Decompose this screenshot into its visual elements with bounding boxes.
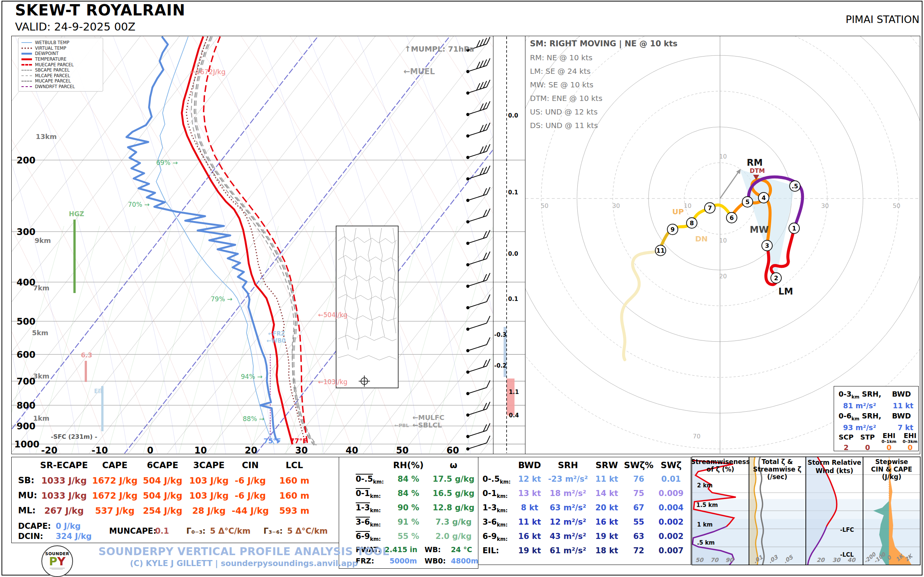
ml-6cape: 254 J/kg: [143, 506, 183, 516]
ehi1-header: EHI: [882, 432, 895, 440]
srh03-value: 81 m²/s²: [843, 401, 876, 410]
stepwise-title-1: Stepwise: [875, 458, 908, 466]
virtual-temp-legend-swatch: [21, 47, 32, 49]
p1-tick: 50: [696, 557, 704, 563]
rm-label: RM: [747, 158, 763, 168]
surface-label: -SFC (231m) -: [51, 433, 97, 440]
stp-header: STP: [860, 433, 875, 441]
height-label: 9km: [35, 237, 51, 245]
srh03-range-unit: km: [852, 394, 859, 400]
station-name: PIMAI STATION: [846, 14, 919, 25]
omega-value: 0.4: [509, 412, 519, 419]
temp-axis-label: 20: [245, 445, 257, 456]
stepwise-title-3: (J/kg): [882, 473, 902, 480]
pwat-value: 2.415 in: [385, 545, 418, 554]
swz-value: 0.002: [659, 517, 683, 527]
srh03-srh-word: SRH,: [862, 390, 881, 398]
swz-value: 0.009: [659, 489, 683, 498]
height-label: 5km: [32, 329, 48, 337]
srh03-bwd-word: BWD: [892, 390, 911, 398]
moisture-row-label: 6-9km:: [356, 532, 381, 542]
bwd06-value: 7 kt: [898, 423, 913, 432]
cape3-annotation: ←103J/kg: [318, 378, 347, 386]
rh-label: 70% →: [128, 201, 149, 208]
lapse03-label: Γ₀₋₃:: [186, 527, 206, 535]
mu-3cape: 103 J/kg: [189, 491, 229, 501]
trace-height-label: 1: [792, 225, 796, 232]
rh-value: 55 %: [397, 532, 419, 541]
layer-range: 0-1: [482, 489, 497, 498]
legend: WETBULB TEMP VIRTUAL TEMP DEWPOINT TEMPE…: [18, 38, 103, 92]
shear-header: BWD: [518, 460, 541, 470]
srh06-bwd-word: BWD: [892, 412, 911, 420]
mw-label: MW: [750, 224, 768, 235]
temp-axis-label: -10: [92, 445, 108, 456]
storm-motion-line: US: UND @ 12 kts: [530, 107, 598, 116]
cape6-annotation: ←504J/kg: [318, 311, 347, 319]
pressure-label: 200: [16, 155, 35, 166]
srh06-value: 93 m²/s²: [843, 423, 876, 432]
mu-6cape: 504 J/kg: [143, 491, 183, 501]
trace-height-label: 7: [707, 205, 712, 212]
height-1km-label: 1 km: [697, 521, 712, 528]
surface-temp-f: 77°F: [290, 437, 307, 445]
hgz-label: HGZ: [69, 210, 84, 218]
frz-value: 5000m: [390, 557, 417, 565]
height-label: 3km: [33, 372, 49, 380]
temp-axis-label: 10: [194, 445, 207, 456]
pressure-label: 500: [16, 316, 35, 327]
dcin-value: 324 J/kg: [56, 532, 92, 541]
srw-value: 18 kt: [595, 546, 619, 555]
dwndrft-legend-swatch: [21, 86, 32, 87]
legend-label: VIRTUAL TEMP: [35, 45, 66, 51]
swz-value: 0.002: [659, 532, 683, 541]
srh-value: 12 m²/s²: [550, 517, 587, 527]
srh06-range-unit: km: [852, 416, 859, 421]
dewpoint-legend-swatch: [21, 53, 32, 55]
up-label: UP: [672, 207, 684, 216]
srh-value: 43 m²/s²: [550, 532, 587, 541]
p1-tick: 90: [726, 557, 734, 563]
layer-range: 0-1: [356, 489, 370, 498]
omega-value: 0.1: [508, 189, 518, 196]
layer-unit: km:: [497, 536, 508, 542]
thermo-header: LCL: [286, 460, 303, 470]
trace-height-label: 2: [774, 274, 778, 282]
height-label: 1km: [33, 414, 49, 422]
thermo-header: SR-ECAPE: [40, 460, 88, 470]
ml-cin: -44 J/kg: [232, 506, 269, 516]
mlcape-legend-swatch: [21, 75, 32, 76]
moisture-row-label: 3-6km:: [356, 517, 381, 528]
rh-header: RH(%): [393, 460, 423, 470]
trace-height-label: 3: [765, 242, 769, 249]
logo-py: PY: [42, 556, 72, 567]
srw-value: 11 kt: [595, 475, 619, 484]
storm-motion-line: RM: NE @ 10 kts: [530, 53, 592, 62]
srw-value: 14 kt: [595, 489, 619, 498]
trace-height-label: 5: [745, 198, 749, 206]
legend-label: WETBULB TEMP: [35, 40, 69, 45]
rh-value: 84 %: [397, 489, 419, 498]
layer-range: 3-6: [356, 517, 370, 527]
storm-motion-line: DS: UND @ 11 kts: [530, 121, 598, 130]
shear-row-label: 0-.5km:: [482, 475, 511, 485]
dcape-label: DCAPE:: [18, 522, 51, 531]
vorticity-title-1: Total ζ &: [762, 458, 793, 466]
sbcape-legend-swatch: [21, 70, 32, 71]
sb-6cape: 504 J/kg: [143, 476, 183, 485]
mixr-value: 16.5 g/kg: [433, 489, 475, 498]
bwd-value: 11 kt: [518, 517, 541, 527]
legend-label: SBCAPE PARCEL: [35, 68, 70, 73]
ehi3-value: 0: [908, 443, 912, 451]
temp-axis-label: 50: [396, 445, 408, 456]
vorticity-title-2: Streamwise ζ: [753, 466, 802, 473]
srh06-range: 0-6: [839, 412, 852, 420]
thermo-row-label: SB:: [18, 475, 34, 485]
sb-cape: 1672 J/kg: [92, 476, 138, 485]
wb0-value: 4800m: [451, 557, 478, 565]
dn-label: DN: [695, 234, 707, 243]
trace-height-label: 11: [656, 247, 665, 254]
shear-row-label: 6-9km:: [482, 532, 508, 542]
pbl-annotation: ←PBL: [394, 422, 409, 428]
mixr-value: 2.0 g/kg: [435, 532, 472, 541]
